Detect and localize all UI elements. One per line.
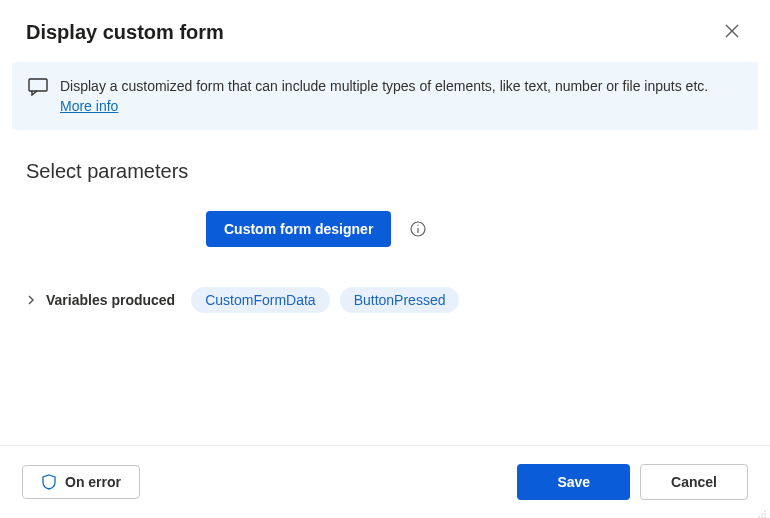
- dialog-header: Display custom form: [0, 0, 770, 62]
- variable-chip-customformdata[interactable]: CustomFormData: [191, 287, 329, 313]
- custom-form-designer-button[interactable]: Custom form designer: [206, 211, 391, 247]
- cancel-button[interactable]: Cancel: [640, 464, 748, 500]
- chevron-right-icon: [26, 295, 36, 305]
- svg-rect-2: [29, 79, 47, 91]
- info-text: Display a customized form that can inclu…: [60, 76, 742, 116]
- close-icon: [725, 24, 739, 41]
- parameters-section: Select parameters Custom form designer V…: [0, 130, 770, 313]
- save-button[interactable]: Save: [517, 464, 630, 500]
- more-info-link[interactable]: More info: [60, 98, 118, 114]
- variables-produced-row[interactable]: Variables produced CustomFormData Button…: [26, 287, 744, 313]
- on-error-button[interactable]: On error: [22, 465, 140, 499]
- comment-icon: [28, 78, 48, 100]
- info-banner: Display a customized form that can inclu…: [12, 62, 758, 130]
- section-title: Select parameters: [26, 160, 744, 183]
- resize-grip-icon[interactable]: [757, 505, 767, 515]
- svg-point-7: [764, 513, 766, 515]
- variable-chip-buttonpressed[interactable]: ButtonPressed: [340, 287, 460, 313]
- on-error-label: On error: [65, 474, 121, 490]
- dialog-footer: On error Save Cancel: [0, 445, 770, 518]
- svg-point-6: [764, 510, 766, 512]
- shield-icon: [41, 474, 57, 490]
- close-button[interactable]: [718, 18, 746, 46]
- svg-point-5: [418, 225, 419, 226]
- banner-description: Display a customized form that can inclu…: [60, 78, 708, 94]
- svg-point-9: [761, 513, 763, 515]
- designer-row: Custom form designer: [26, 211, 744, 247]
- footer-actions: Save Cancel: [517, 464, 748, 500]
- dialog-title: Display custom form: [26, 21, 224, 44]
- info-icon[interactable]: [409, 220, 427, 238]
- variables-label: Variables produced: [46, 292, 175, 308]
